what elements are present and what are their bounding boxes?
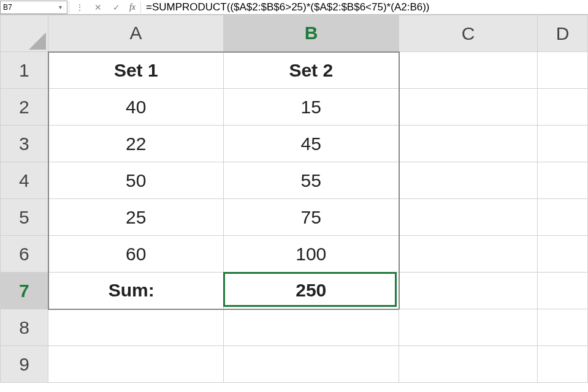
cell-B4[interactable]: 55 — [224, 162, 399, 199]
col-header-C[interactable]: C — [399, 15, 538, 52]
col-header-A[interactable]: A — [48, 15, 224, 52]
name-box-value: B7 — [3, 1, 12, 14]
formula-input[interactable]: =SUMPRODUCT(($A$2:$B$6>25)*($A$2:$B$6<75… — [142, 1, 588, 14]
cell-B7[interactable]: 250 — [224, 273, 399, 309]
dots-icon[interactable]: ⋮ — [72, 1, 88, 14]
cell-C7[interactable] — [399, 273, 538, 309]
cell-B1[interactable]: Set 2 — [224, 52, 399, 89]
enter-icon[interactable]: ✓ — [109, 1, 124, 14]
row-header-3[interactable]: 3 — [1, 126, 48, 162]
cell-D7[interactable] — [538, 273, 588, 309]
cell-B3[interactable]: 45 — [224, 126, 399, 162]
cell-C2[interactable] — [399, 89, 538, 126]
col-header-B[interactable]: B — [224, 15, 399, 52]
cell-B6[interactable]: 100 — [224, 236, 399, 273]
cell-A3[interactable]: 22 — [48, 126, 224, 162]
cell-C5[interactable] — [399, 199, 538, 236]
cell-C4[interactable] — [399, 162, 538, 199]
cell-C3[interactable] — [399, 126, 538, 162]
separator — [140, 1, 141, 13]
cell-A1[interactable]: Set 1 — [48, 52, 224, 89]
cell-B5[interactable]: 75 — [224, 199, 399, 236]
row-header-2[interactable]: 2 — [1, 89, 48, 126]
fx-icon[interactable]: fx — [126, 2, 139, 12]
row-header-9[interactable]: 9 — [1, 346, 48, 383]
cell-A8[interactable] — [48, 309, 224, 346]
name-box[interactable]: B7 ▾ — [0, 1, 67, 14]
select-all-corner[interactable] — [1, 15, 48, 52]
formula-bar: B7 ▾ ⋮ ✕ ✓ fx =SUMPRODUCT(($A$2:$B$6>25)… — [0, 0, 588, 15]
spreadsheet-grid: A B C D 1 Set 1 Set 2 2 40 15 3 22 45 4 … — [0, 15, 588, 383]
cell-D5[interactable] — [538, 199, 588, 236]
cell-C6[interactable] — [399, 236, 538, 273]
cell-C8[interactable] — [399, 309, 538, 346]
cell-D6[interactable] — [538, 236, 588, 273]
cell-D9[interactable] — [538, 346, 588, 383]
cell-B8[interactable] — [224, 309, 399, 346]
cell-D8[interactable] — [538, 309, 588, 346]
row-header-5[interactable]: 5 — [1, 199, 48, 236]
row-header-4[interactable]: 4 — [1, 162, 48, 199]
cell-B2[interactable]: 15 — [224, 89, 399, 126]
cell-A4[interactable]: 50 — [48, 162, 224, 199]
row-header-7[interactable]: 7 — [1, 273, 48, 309]
cell-D1[interactable] — [538, 52, 588, 89]
cancel-icon[interactable]: ✕ — [90, 1, 106, 14]
cell-D4[interactable] — [538, 162, 588, 199]
row-header-6[interactable]: 6 — [1, 236, 48, 273]
cell-A7[interactable]: Sum: — [48, 273, 224, 309]
cell-B9[interactable] — [224, 346, 399, 383]
sheet-table: A B C D 1 Set 1 Set 2 2 40 15 3 22 45 4 … — [0, 15, 588, 383]
cell-A2[interactable]: 40 — [48, 89, 224, 126]
cell-D3[interactable] — [538, 126, 588, 162]
cell-C1[interactable] — [399, 52, 538, 89]
cell-C9[interactable] — [399, 346, 538, 383]
col-header-D[interactable]: D — [538, 15, 588, 52]
row-header-1[interactable]: 1 — [1, 52, 48, 89]
cell-A5[interactable]: 25 — [48, 199, 224, 236]
cell-D2[interactable] — [538, 89, 588, 126]
separator — [69, 1, 69, 13]
cell-A9[interactable] — [48, 346, 224, 383]
cell-A6[interactable]: 60 — [48, 236, 224, 273]
row-header-8[interactable]: 8 — [1, 309, 48, 346]
name-box-dropdown-icon[interactable]: ▾ — [56, 1, 64, 14]
